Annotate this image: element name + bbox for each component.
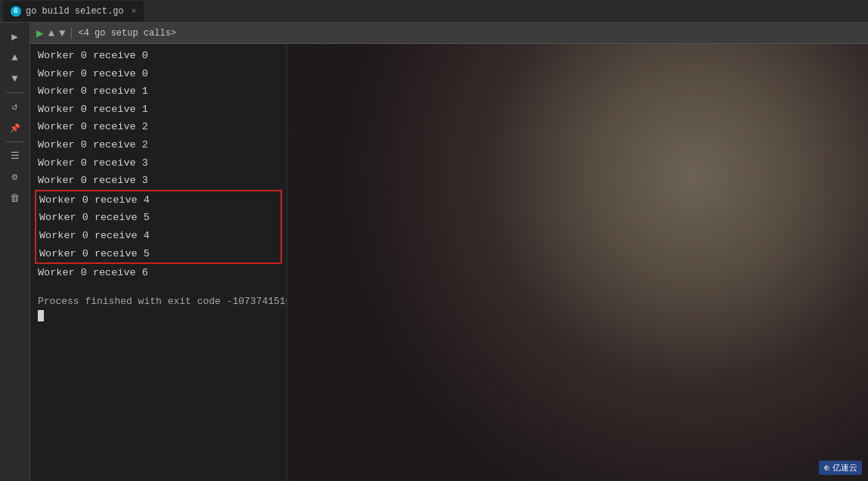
list-icon: ☰ <box>11 150 20 162</box>
left-toolbar: ▶ ▲ ▼ ↺ 📌 ☰ ⚙ 🗑 <box>0 23 30 481</box>
main-layout: ▶ ▲ ▼ ↺ 📌 ☰ ⚙ 🗑 ▶ ▲ ▼ <box>0 23 868 481</box>
output-line: Worker 0 receive 3 <box>30 154 287 172</box>
top-bar-separator <box>71 27 72 39</box>
highlighted-line-1: Worker 0 receive 5 <box>36 209 281 227</box>
go-lang-icon: G <box>11 6 21 17</box>
console-area: Worker 0 receive 0 Worker 0 receive 0 Wo… <box>30 44 868 481</box>
step-up-button[interactable]: ▲ <box>5 48 26 67</box>
background-image-area: ⊕ 亿速云 <box>287 44 868 481</box>
step-up-icon: ▲ <box>11 51 17 64</box>
output-line: Worker 0 receive 2 <box>30 118 287 136</box>
run-play-button[interactable]: ▶ <box>36 26 44 41</box>
play-icon: ▶ <box>11 30 17 43</box>
output-line: Worker 0 receive 1 <box>30 82 287 101</box>
delete-button[interactable]: 🗑 <box>5 189 26 207</box>
step-down-icon: ▼ <box>11 73 17 85</box>
toolbar-divider-2 <box>6 141 24 142</box>
highlighted-line-3: Worker 0 receive 5 <box>36 245 281 263</box>
rerun-icon: ↺ <box>12 101 18 113</box>
step-down-top-button[interactable]: ▼ <box>59 27 65 39</box>
output-line: Worker 0 receive 0 <box>30 65 287 83</box>
step-up-top-button[interactable]: ▲ <box>48 27 54 39</box>
output-line: Worker 0 receive 3 <box>30 172 287 190</box>
process-finished-line: Process finished with exit code -1073741… <box>30 290 287 311</box>
pin-icon: 📌 <box>10 123 20 133</box>
bg-silhouette <box>287 44 868 481</box>
tab-close-button[interactable]: × <box>132 7 137 16</box>
delete-icon: 🗑 <box>10 193 20 204</box>
output-line: Worker 0 receive 0 <box>30 47 287 65</box>
settings-button[interactable]: ⚙ <box>5 168 26 186</box>
list-button[interactable]: ☰ <box>5 147 26 165</box>
play-button[interactable]: ▶ <box>5 27 26 45</box>
final-output-line: Worker 0 receive 6 <box>30 264 287 282</box>
spacer <box>30 282 287 290</box>
run-panel: ▶ ▲ ▼ <4 go setup calls> Worker 0 receiv… <box>30 23 868 481</box>
setup-calls-label: <4 go setup calls> <box>78 28 176 39</box>
pin-button[interactable]: 📌 <box>5 119 26 137</box>
rerun-button[interactable]: ↺ <box>5 98 26 116</box>
highlighted-line-0: Worker 0 receive 4 <box>36 191 281 209</box>
settings-icon: ⚙ <box>12 171 18 183</box>
tab-filename: go build select.go <box>26 6 124 17</box>
toolbar-divider-1 <box>6 92 24 93</box>
highlighted-block: Worker 0 receive 4 Worker 0 receive 5 Wo… <box>35 190 282 264</box>
watermark-badge: ⊕ 亿速云 <box>819 461 862 475</box>
file-tab[interactable]: G go build select.go × <box>3 1 144 22</box>
tab-bar: G go build select.go × <box>0 0 868 23</box>
cursor-block <box>38 310 44 321</box>
output-line: Worker 0 receive 2 <box>30 136 287 154</box>
top-run-bar: ▶ ▲ ▼ <4 go setup calls> <box>30 23 868 44</box>
highlighted-line-2: Worker 0 receive 4 <box>36 227 281 245</box>
step-down-button[interactable]: ▼ <box>5 70 26 88</box>
cursor-line <box>30 310 287 321</box>
output-line: Worker 0 receive 1 <box>30 101 287 119</box>
output-panel[interactable]: Worker 0 receive 0 Worker 0 receive 0 Wo… <box>30 44 287 481</box>
